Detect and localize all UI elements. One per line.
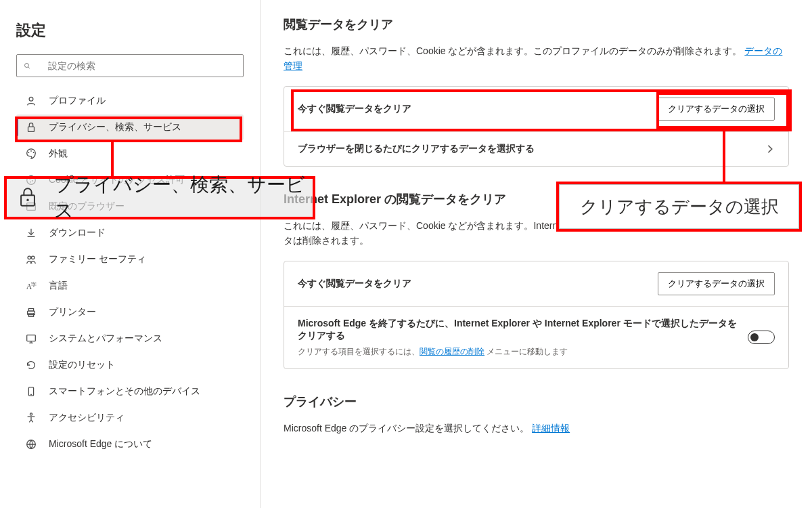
download-icon xyxy=(24,226,38,240)
ie-clear-now-label: 今すぐ閲覧データをクリア xyxy=(298,278,411,290)
clear-data-desc: これには、履歴、パスワード、Cookie などが含まれます。このプロファイルのデ… xyxy=(284,43,789,74)
ie-clear-now-row: 今すぐ閲覧データをクリア クリアするデータの選択 xyxy=(284,261,788,306)
sidebar-item-label: 言語 xyxy=(49,280,68,292)
sidebar-item-reset[interactable]: 設定のリセット xyxy=(16,352,244,378)
phone-icon xyxy=(24,385,38,398)
svg-rect-21 xyxy=(27,335,36,341)
svg-line-1 xyxy=(28,67,30,68)
ie-clear-on-exit-toggle[interactable] xyxy=(748,331,775,344)
choose-clear-data-button[interactable]: クリアするデータの選択 xyxy=(658,98,775,121)
family-icon xyxy=(24,253,38,266)
sidebar-item-label: プライバシー、検索、サービス xyxy=(49,121,181,133)
settings-title: 設定 xyxy=(16,20,244,41)
sidebar-item-label: Microsoft Edge について xyxy=(49,438,152,450)
sidebar-item-download[interactable]: ダウンロード xyxy=(16,220,244,246)
clear-now-row: 今すぐ閲覧データをクリア クリアするデータの選択 xyxy=(284,87,788,131)
sidebar-item-profile[interactable]: プロファイル xyxy=(16,88,244,114)
printer-icon xyxy=(24,305,38,319)
search-input[interactable] xyxy=(48,60,236,71)
svg-point-0 xyxy=(25,64,29,68)
svg-point-29 xyxy=(26,198,28,200)
sidebar-item-label: 外観 xyxy=(49,148,68,160)
lock-icon xyxy=(16,186,39,211)
svg-text:字: 字 xyxy=(31,282,37,288)
annotation-callout-privacy: プライバシー、検索、サービス xyxy=(4,176,315,219)
settings-sidebar: 設定 プロファイルプライバシー、検索、サービス外観Cookie とサイトのアクセ… xyxy=(0,0,261,508)
sidebar-item-printer[interactable]: プリンター xyxy=(16,299,244,325)
svg-point-26 xyxy=(30,413,32,415)
sidebar-item-system[interactable]: システムとパフォーマンス xyxy=(16,326,244,352)
sidebar-item-family[interactable]: ファミリー セーフティ xyxy=(16,247,244,272)
svg-point-5 xyxy=(30,150,32,152)
appearance-icon xyxy=(24,147,38,161)
clear-on-close-label: ブラウザーを閉じるたびにクリアするデータを選択する xyxy=(298,143,535,155)
privacy-desc: Microsoft Edge のプライバシー設定を選択してください。 詳細情報 xyxy=(284,421,789,436)
clear-now-label: 今すぐ閲覧データをクリア xyxy=(298,103,411,115)
svg-point-14 xyxy=(28,256,31,259)
ie-clear-on-exit-sub: クリアする項目を選択するには、閲覧の履歴の削除 メニューに移動します xyxy=(298,346,740,358)
svg-point-6 xyxy=(33,152,35,153)
sidebar-item-label: ダウンロード xyxy=(49,227,106,239)
about-icon xyxy=(24,438,38,451)
privacy-desc-text: Microsoft Edge のプライバシー設定を選択してください。 xyxy=(284,423,529,433)
ie-choose-clear-data-button[interactable]: クリアするデータの選択 xyxy=(658,272,775,295)
sidebar-item-lang[interactable]: A字言語 xyxy=(16,273,244,299)
svg-point-15 xyxy=(31,256,35,259)
sidebar-item-label: 設定のリセット xyxy=(49,359,115,371)
sidebar-item-label: アクセシビリティ xyxy=(49,412,125,424)
svg-rect-3 xyxy=(28,127,35,131)
ie-sub-prefix: クリアする項目を選択するには、 xyxy=(298,347,420,356)
system-icon xyxy=(24,332,38,345)
sidebar-item-label: スマートフォンとその他のデバイス xyxy=(49,385,200,398)
sidebar-item-label: プリンター xyxy=(49,306,96,318)
sidebar-item-lock[interactable]: プライバシー、検索、サービス xyxy=(16,114,244,140)
sidebar-item-about[interactable]: Microsoft Edge について xyxy=(16,431,244,457)
ie-clear-on-exit-row: Microsoft Edge を終了するたびに、Internet Explore… xyxy=(284,306,788,368)
reset-icon xyxy=(24,358,38,372)
search-icon xyxy=(24,59,37,72)
delete-history-link[interactable]: 閲覧の履歴の削除 xyxy=(420,347,484,356)
annotation-clear-label: クリアするデータの選択 xyxy=(580,195,779,219)
sidebar-item-label: システムとパフォーマンス xyxy=(49,333,162,345)
ie-sub-suffix: メニューに移動します xyxy=(484,347,568,356)
sidebar-item-access[interactable]: アクセシビリティ xyxy=(16,405,244,431)
lock-icon xyxy=(24,121,38,134)
clear-data-title: 閲覧データをクリア xyxy=(284,16,789,33)
privacy-title: プライバシー xyxy=(284,394,789,410)
clear-on-close-row[interactable]: ブラウザーを閉じるたびにクリアするデータを選択する xyxy=(284,131,788,166)
annotation-privacy-label: プライバシー、検索、サービス xyxy=(54,172,313,224)
settings-nav: プロファイルプライバシー、検索、サービス外観Cookie とサイトのアクセス許可… xyxy=(16,88,244,457)
ie-clear-on-exit-label: Microsoft Edge を終了するたびに、Internet Explore… xyxy=(298,318,740,342)
annotation-callout-clear-button: クリアするデータの選択 xyxy=(556,182,802,232)
clear-data-card: 今すぐ閲覧データをクリア クリアするデータの選択 ブラウザーを閉じるたびにクリア… xyxy=(284,86,789,167)
lang-icon: A字 xyxy=(24,279,38,293)
sidebar-item-label: ファミリー セーフティ xyxy=(49,253,146,266)
ie-clear-card: 今すぐ閲覧データをクリア クリアするデータの選択 Microsoft Edge … xyxy=(284,261,789,369)
privacy-more-link[interactable]: 詳細情報 xyxy=(532,423,570,433)
ie-clear-on-exit-left: Microsoft Edge を終了するたびに、Internet Explore… xyxy=(298,318,748,358)
sidebar-item-appearance[interactable]: 外観 xyxy=(16,141,244,167)
access-icon xyxy=(24,411,38,425)
settings-search-box[interactable] xyxy=(16,54,244,77)
sidebar-item-phone[interactable]: スマートフォンとその他のデバイス xyxy=(16,379,244,404)
chevron-right-icon xyxy=(765,144,775,154)
sidebar-item-label: プロファイル xyxy=(49,95,106,107)
annotation-connector-2 xyxy=(723,129,725,183)
svg-point-4 xyxy=(28,152,30,153)
clear-data-desc-text: これには、履歴、パスワード、Cookie などが含まれます。このプロファイルのデ… xyxy=(284,45,742,56)
svg-point-2 xyxy=(29,97,33,101)
svg-rect-19 xyxy=(28,309,33,312)
settings-main: 閲覧データをクリア これには、履歴、パスワード、Cookie などが含まれます。… xyxy=(261,0,812,508)
profile-icon xyxy=(24,94,38,108)
